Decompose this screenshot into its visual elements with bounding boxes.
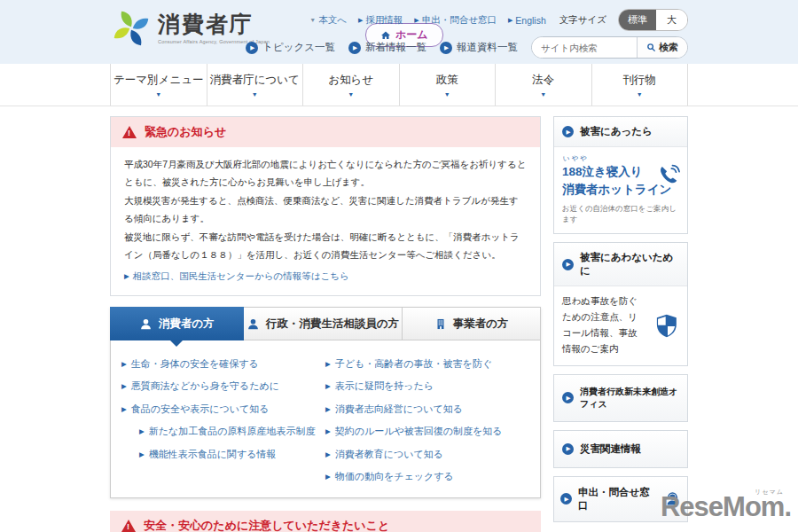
inquiry-link[interactable]: ▶ 申出・問合せ窓口 (414, 14, 497, 27)
triangle-right-icon: ▶ (139, 450, 145, 459)
pinwheel-logo-icon (112, 9, 151, 48)
resemom-watermark: リセマム ReseMom. (661, 491, 791, 523)
tab-government-counselors[interactable]: 行政・消費生活相談員の方 (244, 307, 403, 340)
font-size-standard-button[interactable]: 標準 (619, 10, 656, 30)
triangle-right-icon: ▶ (414, 17, 419, 24)
nav-item-label: 法令 (532, 73, 554, 88)
main-nav: テーマ別メニュー ▼ 消費者庁について ▼ お知らせ ▼ 政策 ▼ 法令 ▼ 刊… (0, 64, 798, 106)
link-label: 子ども・高齢者の事故・被害を防ぐ (335, 356, 492, 372)
site-title: 消費者庁 (158, 12, 270, 37)
chevron-down-icon: ▼ (637, 91, 643, 98)
sidebar: 被害にあったら いやや 188泣き寝入り 消費者ホットライン お近くの自治体の窓… (553, 116, 688, 532)
link-label: 生命・身体の安全を確保する (131, 356, 259, 372)
utility-link-label: 本文へ (318, 14, 347, 27)
play-circle-icon (562, 126, 574, 137)
quick-links: トピックス一覧 新着情報一覧 報道資料一覧 (246, 36, 688, 59)
link-malicious-schemes[interactable]: ▶ 悪質商法などから身を守るために (121, 375, 325, 398)
sidebar-header-label: 災害関連情報 (580, 442, 641, 456)
chevron-down-icon: ▼ (252, 91, 258, 98)
hotline-furigana: いやや (563, 154, 679, 163)
recall-info-text: 思わぬ事故を防ぐための注意点、リコール情報、事故情報のご案内 (562, 293, 645, 356)
chevron-down-icon: ▼ (540, 91, 546, 98)
link-consumer-education[interactable]: ▶ 消費者教育について知る (325, 442, 529, 466)
link-child-elderly-accidents[interactable]: ▶ 子ども・高齢者の事故・被害を防ぐ (325, 352, 529, 375)
consumer-links-panel: ▶ 生命・身体の安全を確保する ▶ 悪質商法などから身を守るために ▶ 食品の安… (110, 340, 541, 498)
emergency-paragraph: 平成30年7月豪雨及び大阪府北部の地震によりお亡くなりになられた方のご冥福をお祈… (124, 155, 527, 192)
link-life-safety[interactable]: ▶ 生命・身体の安全を確保する (121, 352, 325, 375)
nav-item-label: 政策 (436, 73, 458, 88)
triangle-down-icon: ▼ (309, 17, 316, 23)
nav-news[interactable]: お知らせ ▼ (302, 64, 399, 106)
play-circle-icon (246, 42, 258, 54)
consultation-info-link[interactable]: ▶ 相談窓口、国民生活センターからの情報等はこちら (124, 267, 527, 285)
site-header: 消費者庁 Consumer Affairs Agency, Government… (0, 0, 798, 64)
search-button-label: 検索 (659, 41, 678, 54)
consultation-info-link-label: 相談窓口、国民生活センターからの情報等はこちら (133, 267, 349, 285)
triangle-right-icon: ▶ (325, 472, 331, 481)
page: 消費者庁 Consumer Affairs Agency, Government… (0, 0, 798, 532)
link-label: 機能性表示食品に関する情報 (149, 447, 277, 462)
hotline-188-link[interactable]: いやや 188泣き寝入り 消費者ホットライン お近くの自治体の窓口をご案内します (554, 146, 687, 233)
font-size-large-button[interactable]: 大 (656, 10, 687, 30)
link-price-trends[interactable]: ▶ 物価の動向をチェックする (325, 466, 529, 489)
triangle-right-icon: ▶ (325, 404, 331, 414)
utility-link-label: 採用情報 (365, 14, 403, 27)
recruit-link[interactable]: ▶ 採用情報 (358, 14, 403, 27)
triangle-right-icon: ▶ (325, 426, 331, 436)
search-icon (646, 43, 656, 52)
triangle-right-icon: ▶ (121, 381, 127, 391)
utility-link-label: 申出・問合せ窓口 (422, 14, 497, 27)
tab-label: 事業者の方 (453, 317, 509, 332)
triangle-right-icon: ▶ (121, 359, 127, 369)
search-input[interactable] (532, 37, 637, 58)
topics-list-link[interactable]: トピックス一覧 (246, 41, 335, 54)
sidebar-header-new-future-office[interactable]: 消費者行政新未来創造オフィス (554, 375, 687, 421)
sidebar-header-label: 被害にあったら (580, 125, 653, 138)
sidebar-header-label: 申出・問合せ窓口 (578, 486, 652, 512)
link-food-safety-labeling[interactable]: ▶ 食品の安全や表示について知る (121, 397, 325, 420)
triangle-right-icon: ▶ (139, 426, 145, 436)
new-info-list-link[interactable]: 新着情報一覧 (348, 41, 426, 54)
site-search: 検索 (531, 36, 688, 59)
recall-info-link[interactable]: 思わぬ事故を防ぐための注意点、リコール情報、事故情報のご案内 (554, 286, 687, 364)
tab-consumers[interactable]: 消費者の方 (110, 307, 244, 340)
safety-section: 安全・安心のために注意していただきたいこと 生命・身体にかかわる危険 財産にかか… (110, 511, 541, 532)
nav-item-label: お知らせ (328, 73, 373, 88)
triangle-right-icon: ▶ (325, 359, 331, 369)
warning-triangle-icon (122, 126, 137, 138)
nav-policy[interactable]: 政策 ▼ (399, 64, 496, 106)
search-button[interactable]: 検索 (637, 37, 687, 58)
nav-publications[interactable]: 刊行物 ▼ (591, 64, 689, 106)
sidebar-header-avoid-harm[interactable]: 被害にあわないために (554, 243, 687, 286)
nav-item-label: 刊行物 (623, 73, 657, 88)
chevron-down-icon: ▼ (444, 91, 450, 98)
safety-section-header: 安全・安心のために注意していただきたいこと (110, 511, 541, 532)
play-circle-icon (562, 259, 574, 270)
english-link[interactable]: ▶ English (508, 15, 546, 26)
tab-businesses[interactable]: 事業者の方 (403, 307, 541, 340)
triangle-right-icon: ▶ (124, 270, 129, 284)
link-consumer-oriented-management[interactable]: ▶ 消費者志向経営について知る (325, 397, 529, 420)
person-icon (139, 317, 153, 331)
nav-laws[interactable]: 法令 ▼ (495, 64, 591, 106)
link-functional-food-info[interactable]: ▶ 機能性表示食品に関する情報 (139, 442, 325, 466)
nav-about-caa[interactable]: 消費者庁について ▼ (207, 64, 303, 106)
font-size-label: 文字サイズ (559, 14, 606, 27)
link-labeling-questions[interactable]: ▶ 表示に疑問を持ったら (325, 375, 529, 398)
link-contract-rules-remedies[interactable]: ▶ 契約のルールや被害回復の制度を知る (325, 420, 529, 443)
person-icon (246, 317, 260, 331)
tab-label: 消費者の方 (159, 317, 215, 332)
sidebar-header-disaster-info[interactable]: 災害関連情報 (554, 431, 687, 467)
press-list-link[interactable]: 報道資料一覧 (440, 41, 518, 54)
nav-theme-menu[interactable]: テーマ別メニュー ▼ (110, 64, 207, 106)
triangle-right-icon: ▶ (358, 17, 363, 24)
tab-label: 行政・消費生活相談員の方 (266, 317, 399, 332)
emergency-notice-title: 緊急のお知らせ (145, 124, 226, 140)
play-circle-icon (562, 443, 574, 455)
sidebar-header-if-harmed[interactable]: 被害にあったら (554, 117, 687, 146)
utility-link-label: English (515, 15, 545, 26)
skip-to-content-link[interactable]: ▼ 本文へ (309, 14, 347, 27)
audience-tabs-box: 消費者の方 行政・消費生活相談員の方 (110, 307, 541, 498)
link-origin-labeling-system[interactable]: ▶ 新たな加工食品の原料原産地表示制度 (139, 420, 325, 443)
play-circle-icon (440, 42, 452, 54)
